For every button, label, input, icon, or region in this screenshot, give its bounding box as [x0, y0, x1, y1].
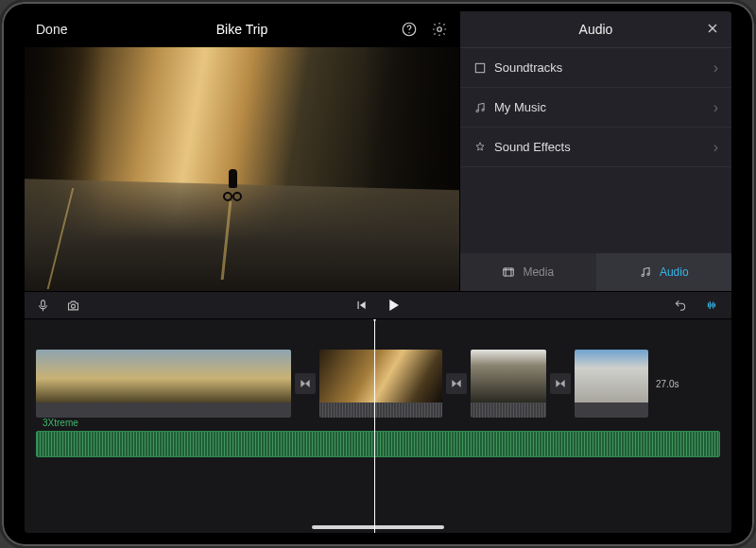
project-title: Bike Trip	[25, 22, 459, 37]
audio-panel-header: Audio	[460, 11, 731, 47]
sound-effects-icon	[473, 141, 494, 154]
list-item-label: My Music	[494, 100, 546, 114]
camera-icon[interactable]	[65, 299, 81, 313]
music-note-icon	[473, 101, 494, 114]
video-track: 27.0s	[36, 350, 720, 418]
audio-panel: Audio Soundtracks ›	[459, 11, 731, 291]
chevron-right-icon: ›	[713, 99, 718, 116]
done-button[interactable]: Done	[36, 22, 67, 37]
svg-rect-7	[504, 268, 514, 276]
tab-label: Audio	[660, 265, 689, 279]
timeline-duration: 27.0s	[656, 379, 679, 389]
close-icon[interactable]	[705, 21, 720, 36]
play-icon[interactable]	[385, 297, 402, 314]
svg-rect-3	[475, 63, 484, 72]
settings-icon[interactable]	[431, 21, 448, 38]
tab-label: Media	[523, 265, 554, 279]
skip-back-icon[interactable]	[354, 297, 368, 314]
side-tabs: Media Audio	[460, 253, 731, 291]
svg-rect-4	[475, 63, 484, 72]
video-clip[interactable]	[319, 350, 442, 418]
preview-header: Done Bike Trip	[25, 11, 459, 47]
waveform-icon[interactable]	[703, 299, 720, 312]
tab-audio[interactable]: Audio	[596, 253, 732, 291]
home-indicator[interactable]	[312, 525, 444, 529]
video-preview[interactable]	[25, 47, 459, 291]
svg-point-9	[647, 273, 649, 275]
audio-clip-label: 3Xtreme	[43, 418, 78, 428]
transition-icon[interactable]	[446, 373, 467, 394]
svg-point-8	[642, 274, 644, 276]
list-item-my-music[interactable]: My Music ›	[460, 88, 731, 128]
soundtracks-icon	[473, 61, 494, 75]
svg-point-11	[72, 304, 76, 308]
chevron-right-icon: ›	[713, 139, 718, 156]
video-clip[interactable]	[471, 350, 546, 418]
microphone-icon[interactable]	[36, 299, 50, 313]
list-item-soundtracks[interactable]: Soundtracks ›	[460, 48, 731, 88]
audio-clip[interactable]: 3Xtreme	[36, 431, 720, 457]
svg-rect-10	[42, 300, 45, 306]
video-clip[interactable]	[575, 350, 648, 418]
timeline[interactable]: 27.0s 3Xtreme	[25, 319, 731, 533]
svg-point-6	[482, 109, 484, 111]
svg-point-2	[438, 27, 442, 32]
preview-pane: Done Bike Trip	[25, 11, 459, 291]
transition-icon[interactable]	[295, 373, 316, 394]
list-item-label: Sound Effects	[494, 140, 571, 154]
audio-panel-title: Audio	[579, 22, 613, 37]
help-icon[interactable]	[401, 21, 418, 38]
control-bar	[25, 291, 731, 319]
playhead[interactable]	[374, 319, 375, 533]
list-item-label: Soundtracks	[494, 60, 562, 75]
audio-icon	[639, 265, 652, 279]
svg-point-5	[476, 110, 478, 111]
media-icon	[502, 265, 515, 279]
video-clip[interactable]	[36, 350, 291, 418]
list-item-sound-effects[interactable]: Sound Effects ›	[460, 128, 731, 167]
svg-point-1	[408, 32, 409, 33]
tab-media[interactable]: Media	[460, 253, 596, 291]
transition-icon[interactable]	[550, 373, 571, 394]
chevron-right-icon: ›	[713, 60, 718, 77]
undo-icon[interactable]	[673, 299, 688, 312]
